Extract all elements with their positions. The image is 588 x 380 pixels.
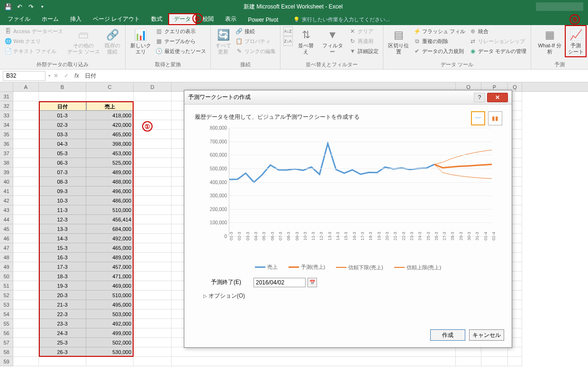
cell[interactable] — [456, 347, 481, 357]
flash-fill-button[interactable]: ⚡フラッシュ フィル — [412, 27, 467, 36]
cell[interactable]: 25-3 — [39, 338, 86, 347]
cell[interactable] — [134, 328, 172, 338]
enter-formula-icon[interactable]: ✓ — [61, 72, 72, 79]
tab-file[interactable]: ファイル — [2, 13, 36, 25]
cell[interactable] — [13, 111, 39, 120]
cell[interactable]: 453,000 — [86, 149, 134, 158]
cell[interactable] — [39, 357, 86, 366]
cell[interactable]: 525,000 — [86, 158, 134, 168]
cell[interactable]: 503,000 — [86, 309, 134, 319]
row-header[interactable]: 33 — [0, 111, 13, 120]
cell[interactable]: 492,000 — [86, 319, 134, 328]
cell[interactable]: 23-3 — [39, 319, 86, 328]
cell[interactable] — [13, 300, 39, 309]
reapply-button[interactable]: ↻再適用 — [347, 36, 380, 46]
cell[interactable] — [13, 101, 39, 111]
tab-insert[interactable]: 挿入 — [64, 13, 87, 25]
dialog-cancel-button[interactable]: キャンセル — [469, 329, 504, 341]
cell[interactable] — [13, 177, 39, 186]
cell[interactable] — [134, 347, 172, 357]
cell[interactable] — [134, 92, 172, 101]
redo-icon[interactable]: ↷ — [26, 1, 36, 12]
cell[interactable]: 469,000 — [86, 281, 134, 291]
cell[interactable]: 18-3 — [39, 272, 86, 281]
cell[interactable] — [134, 177, 172, 186]
cell[interactable]: 489,000 — [86, 253, 134, 262]
cell[interactable]: 488,000 — [86, 177, 134, 186]
row-header[interactable]: 59 — [0, 357, 13, 366]
cell[interactable]: 16-3 — [39, 253, 86, 262]
relationships-button[interactable]: ⇄リレーションシップ — [468, 36, 528, 46]
row-header[interactable]: 44 — [0, 215, 13, 224]
cell[interactable] — [134, 149, 172, 158]
cell[interactable] — [13, 328, 39, 338]
cell[interactable]: 21-3 — [39, 300, 86, 309]
clear-filter-button[interactable]: ✕クリア — [347, 27, 380, 36]
cell[interactable]: 26-3 — [39, 347, 86, 357]
tab-view[interactable]: 表示 — [219, 13, 242, 25]
cell[interactable] — [13, 196, 39, 205]
cell[interactable] — [13, 120, 39, 130]
cell[interactable] — [134, 139, 172, 149]
refresh-all-button[interactable]: 🔄すべて 更新 — [214, 27, 233, 56]
cell[interactable] — [134, 281, 172, 291]
cell[interactable] — [134, 262, 172, 272]
tab-powerpivot[interactable]: Power Pivot — [242, 15, 284, 25]
row-header[interactable]: 54 — [0, 309, 13, 319]
column-header[interactable]: D — [134, 82, 172, 91]
row-header[interactable]: 56 — [0, 328, 13, 338]
cell[interactable] — [172, 357, 456, 366]
cell[interactable] — [13, 272, 39, 281]
row-header[interactable]: 55 — [0, 319, 13, 328]
cell[interactable] — [13, 139, 39, 149]
row-header[interactable]: 42 — [0, 196, 13, 205]
cell[interactable]: 02-3 — [39, 120, 86, 130]
row-header[interactable]: 47 — [0, 243, 13, 253]
cell[interactable] — [134, 101, 172, 111]
cell[interactable] — [134, 309, 172, 319]
cell[interactable]: 510,000 — [86, 291, 134, 300]
undo-icon[interactable]: ↶ — [14, 1, 25, 12]
cell[interactable]: 03-3 — [39, 130, 86, 139]
cell[interactable]: 22-3 — [39, 309, 86, 319]
cell[interactable]: 04-3 — [39, 139, 86, 149]
cell[interactable] — [172, 347, 456, 357]
cancel-formula-icon[interactable]: ✕ — [51, 72, 61, 79]
dialog-close-button[interactable]: ✕ — [487, 93, 508, 102]
select-all-corner[interactable] — [0, 82, 13, 91]
cell[interactable] — [13, 243, 39, 253]
cell[interactable]: 456,414 — [86, 215, 134, 224]
row-header[interactable]: 43 — [0, 205, 13, 215]
cell[interactable] — [456, 357, 481, 366]
cell[interactable] — [13, 158, 39, 168]
tell-me-search[interactable]: 実行したい作業を入力してください... — [293, 16, 389, 25]
cell[interactable] — [134, 224, 172, 234]
from-access-button[interactable]: 🗄Access データベース — [3, 27, 64, 36]
cell[interactable] — [134, 196, 172, 205]
cell[interactable]: 15-3 — [39, 243, 86, 253]
cell[interactable] — [13, 347, 39, 357]
cell[interactable]: 495,000 — [86, 300, 134, 309]
row-header[interactable]: 58 — [0, 347, 13, 357]
cell[interactable] — [13, 338, 39, 347]
row-header[interactable]: 39 — [0, 168, 13, 177]
recent-sources-button[interactable]: 🕓最近使ったソース — [154, 46, 208, 56]
cell[interactable] — [134, 130, 172, 139]
cell[interactable] — [481, 357, 508, 366]
cell[interactable]: 24-3 — [39, 328, 86, 338]
cell[interactable] — [86, 357, 134, 366]
data-validation-button[interactable]: ✔データの入力規則 — [412, 46, 467, 56]
show-queries-button[interactable]: ▥クエリの表示 — [154, 27, 208, 36]
cell[interactable] — [134, 215, 172, 224]
row-header[interactable]: 51 — [0, 281, 13, 291]
cell[interactable] — [134, 253, 172, 262]
whatif-button[interactable]: ▦What-If 分析 — [534, 27, 565, 56]
row-header[interactable]: 45 — [0, 224, 13, 234]
cell[interactable] — [134, 168, 172, 177]
other-sources-button[interactable]: 🗃その他の データ ソース — [65, 27, 102, 56]
cell[interactable]: 398,000 — [86, 139, 134, 149]
row-header[interactable]: 38 — [0, 158, 13, 168]
cell[interactable] — [508, 357, 522, 366]
row-header[interactable]: 34 — [0, 120, 13, 130]
cell[interactable] — [13, 262, 39, 272]
